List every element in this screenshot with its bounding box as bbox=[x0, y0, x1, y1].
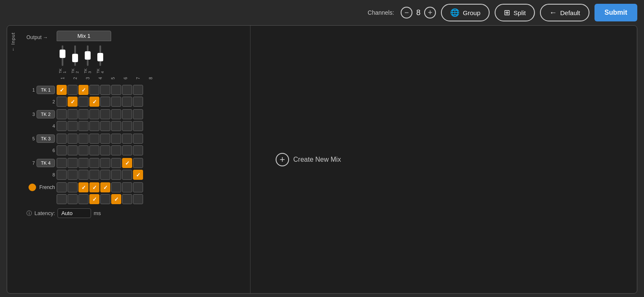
matrix-checkbox-r5c6[interactable] bbox=[111, 134, 121, 144]
matrix-checkbox-r2c1[interactable] bbox=[57, 97, 67, 107]
matrix-checkbox-r4c8[interactable] bbox=[133, 121, 143, 131]
latency-input[interactable] bbox=[57, 208, 91, 218]
matrix-checkbox-r6c5[interactable] bbox=[100, 145, 110, 155]
matrix-checkbox-r6c1[interactable] bbox=[57, 145, 67, 155]
create-new-mix-label: Create New Mix bbox=[293, 156, 341, 163]
matrix-checkbox-r5c3[interactable] bbox=[78, 134, 89, 144]
matrix-checkbox-r2c5[interactable] bbox=[100, 97, 110, 107]
last-cb-7[interactable] bbox=[122, 194, 132, 204]
matrix-checkbox-r2c2[interactable] bbox=[68, 97, 78, 107]
matrix-checkbox-r7c6[interactable] bbox=[111, 158, 121, 168]
matrix-checkbox-r4c5[interactable] bbox=[100, 121, 110, 131]
matrix-checkbox-r1c4[interactable] bbox=[89, 85, 99, 95]
french-cb-1[interactable] bbox=[57, 182, 67, 192]
matrix-checkbox-r1c3[interactable] bbox=[78, 85, 89, 95]
matrix-checkbox-r3c4[interactable] bbox=[89, 109, 99, 119]
matrix-checkbox-r3c7[interactable] bbox=[122, 109, 132, 119]
matrix-checkbox-r8c6[interactable] bbox=[111, 170, 121, 180]
last-cb-5[interactable] bbox=[100, 194, 110, 204]
matrix-checkbox-r8c8[interactable] bbox=[133, 170, 143, 180]
french-cb-5[interactable] bbox=[100, 182, 110, 192]
matrix-checkbox-r5c7[interactable] bbox=[122, 134, 132, 144]
french-cb-6[interactable] bbox=[111, 182, 121, 192]
matrix-checkbox-r1c2[interactable] bbox=[68, 85, 78, 95]
fader-tk3[interactable]: TK 3 bbox=[82, 44, 94, 73]
last-cb-3[interactable] bbox=[78, 194, 89, 204]
fader-tk1[interactable]: TK 1 bbox=[57, 44, 68, 73]
fader-tk4[interactable]: TK 4 bbox=[94, 44, 106, 73]
matrix-checkbox-r5c1[interactable] bbox=[57, 134, 67, 144]
last-cb-2[interactable] bbox=[68, 194, 78, 204]
matrix-checkbox-r7c5[interactable] bbox=[100, 158, 110, 168]
matrix-checkbox-r2c7[interactable] bbox=[122, 97, 132, 107]
matrix-checkbox-r4c6[interactable] bbox=[111, 121, 121, 131]
matrix-checkbox-r6c3[interactable] bbox=[78, 145, 89, 155]
increase-channels-button[interactable]: + bbox=[424, 7, 436, 18]
matrix-checkbox-r7c4[interactable] bbox=[89, 158, 99, 168]
matrix-checkbox-r7c8[interactable] bbox=[133, 158, 143, 168]
french-cb-3[interactable] bbox=[78, 182, 89, 192]
french-cb-4[interactable] bbox=[89, 182, 99, 192]
submit-button[interactable]: Submit bbox=[594, 4, 637, 21]
default-button[interactable]: ← Default bbox=[540, 4, 589, 21]
matrix-checkbox-r7c3[interactable] bbox=[78, 158, 89, 168]
matrix-checkbox-r2c3[interactable] bbox=[78, 97, 89, 107]
matrix-checkbox-r1c1[interactable] bbox=[57, 85, 67, 95]
matrix-checkbox-r5c4[interactable] bbox=[89, 134, 99, 144]
matrix-checkbox-r2c6[interactable] bbox=[111, 97, 121, 107]
matrix-checkbox-r6c6[interactable] bbox=[111, 145, 121, 155]
last-cb-6[interactable] bbox=[111, 194, 121, 204]
group-button[interactable]: 🌐 Group bbox=[441, 4, 490, 21]
matrix-checkbox-r7c7[interactable] bbox=[122, 158, 132, 168]
matrix-checkbox-r1c6[interactable] bbox=[111, 85, 121, 95]
track-button-tk2[interactable]: TK 2 bbox=[37, 110, 55, 118]
matrix-checkbox-r8c7[interactable] bbox=[122, 170, 132, 180]
last-cb-4[interactable] bbox=[89, 194, 99, 204]
french-cb-7[interactable] bbox=[122, 182, 132, 192]
matrix-checkbox-r2c8[interactable] bbox=[133, 97, 143, 107]
matrix-checkbox-r8c2[interactable] bbox=[68, 170, 78, 180]
fader-tk2[interactable]: TK 2 bbox=[69, 44, 81, 73]
matrix-checkbox-r3c5[interactable] bbox=[100, 109, 110, 119]
create-new-mix-button[interactable]: + Create New Mix bbox=[276, 153, 341, 166]
matrix-checkbox-r4c4[interactable] bbox=[89, 121, 99, 131]
matrix-checkbox-r4c1[interactable] bbox=[57, 121, 67, 131]
track-button-tk4[interactable]: TK 4 bbox=[37, 159, 55, 167]
matrix-checkbox-r8c3[interactable] bbox=[78, 170, 89, 180]
french-cb-8[interactable] bbox=[133, 182, 143, 192]
matrix-checkbox-r6c8[interactable] bbox=[133, 145, 143, 155]
matrix-checkbox-r8c1[interactable] bbox=[57, 170, 67, 180]
matrix-checkbox-r7c1[interactable] bbox=[57, 158, 67, 168]
track-button-tk1[interactable]: TK 1 bbox=[37, 86, 55, 94]
matrix-checkbox-r5c2[interactable] bbox=[68, 134, 78, 144]
matrix-checkbox-r7c2[interactable] bbox=[68, 158, 78, 168]
matrix-checkbox-r6c4[interactable] bbox=[89, 145, 99, 155]
matrix-checkbox-r3c2[interactable] bbox=[68, 109, 78, 119]
last-cb-1[interactable] bbox=[57, 194, 67, 204]
matrix-checkbox-r3c6[interactable] bbox=[111, 109, 121, 119]
last-cb-8[interactable] bbox=[133, 194, 143, 204]
matrix-checkbox-r3c1[interactable] bbox=[57, 109, 67, 119]
fader-tk1-label: TK 1 bbox=[58, 67, 67, 73]
matrix-checkbox-r3c3[interactable] bbox=[78, 109, 89, 119]
mix-tab[interactable]: Mix 1 bbox=[57, 31, 111, 41]
matrix-checkbox-r2c4[interactable] bbox=[89, 97, 99, 107]
ch-num-5: 5 bbox=[107, 74, 119, 82]
matrix-checkbox-r4c7[interactable] bbox=[122, 121, 132, 131]
french-cb-2[interactable] bbox=[68, 182, 78, 192]
matrix-checkbox-r6c7[interactable] bbox=[122, 145, 132, 155]
matrix-checkbox-r1c7[interactable] bbox=[122, 85, 132, 95]
track-button-tk3[interactable]: TK 3 bbox=[37, 134, 55, 143]
matrix-checkbox-r8c5[interactable] bbox=[100, 170, 110, 180]
matrix-checkbox-r4c3[interactable] bbox=[78, 121, 89, 131]
matrix-checkbox-r5c5[interactable] bbox=[100, 134, 110, 144]
matrix-checkbox-r1c8[interactable] bbox=[133, 85, 143, 95]
decrease-channels-button[interactable]: − bbox=[401, 7, 412, 18]
matrix-checkbox-r4c2[interactable] bbox=[68, 121, 78, 131]
matrix-checkbox-r5c8[interactable] bbox=[133, 134, 143, 144]
matrix-checkbox-r3c8[interactable] bbox=[133, 109, 143, 119]
matrix-checkbox-r8c4[interactable] bbox=[89, 170, 99, 180]
split-button[interactable]: ⊞ Split bbox=[495, 4, 535, 21]
matrix-checkbox-r6c2[interactable] bbox=[68, 145, 78, 155]
matrix-checkbox-r1c5[interactable] bbox=[100, 85, 110, 95]
